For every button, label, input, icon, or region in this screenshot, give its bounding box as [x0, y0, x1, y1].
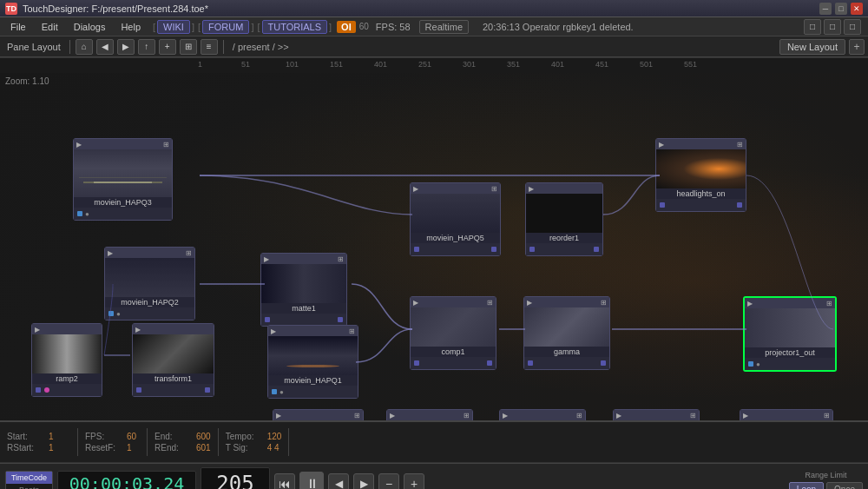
menu-edit[interactable]: Edit — [35, 20, 65, 34]
toolbar-home[interactable]: ⌂ — [76, 39, 93, 55]
node-footer — [32, 384, 102, 396]
add-layout-button[interactable]: + — [849, 39, 865, 55]
forum-link[interactable]: FORUM — [202, 20, 249, 34]
node-footer: ● — [74, 208, 172, 220]
node-thumbnail — [745, 308, 835, 347]
node-headlights-on[interactable]: ▶ ⊞ headlights_on — [655, 138, 746, 212]
node-header: ▶ ⊞ — [500, 410, 585, 420]
node-matte1[interactable]: ▶ ⊞ matte1 — [260, 253, 347, 327]
node-header: ▶ ⊞ — [268, 326, 358, 336]
node-footer: ● — [268, 386, 358, 398]
node-thumbnail — [32, 334, 102, 373]
node-moviein-hapq3[interactable]: ▶ ⊞ moviein_HAPQ3 ● — [73, 138, 173, 221]
node-gamma[interactable]: ▶ ⊞ gamma — [523, 296, 610, 370]
node-label: comp1 — [411, 347, 496, 357]
node-footer — [411, 243, 500, 255]
toolbar-back[interactable]: ◀ — [96, 39, 114, 55]
node-transform1[interactable]: ▶ transform1 — [132, 323, 214, 397]
node-label: matte1 — [261, 303, 346, 314]
node-editor[interactable]: Zoom: 1.10 ▶ ⊞ — [0, 73, 868, 420]
node-thumbnail — [105, 258, 194, 297]
node-footer: ● — [745, 358, 835, 370]
minimize-button[interactable]: ─ — [819, 3, 832, 15]
menu-file[interactable]: File — [3, 20, 33, 34]
fps-display: FPS: 58 — [372, 20, 414, 34]
node-moviein-hapq5[interactable]: ▶ ⊞ moviein_HAPQ5 — [410, 182, 501, 256]
toolbar-fwd[interactable]: ▶ — [117, 39, 135, 55]
pane-btn-2[interactable]: □ — [824, 19, 841, 35]
node-footer — [411, 357, 496, 369]
once-button[interactable]: Once — [826, 482, 863, 490]
pane-btn-1[interactable]: □ — [804, 19, 821, 35]
frame-display: 205 — [201, 467, 270, 490]
tick-401: 401 — [551, 60, 564, 69]
node-moviein-hapq4[interactable]: ▶ ⊞ moviein_HAPQ4 — [273, 409, 364, 420]
node-projector1-out[interactable]: ▶ ⊞ projector1_out ● — [743, 296, 837, 372]
range-limit-label: Range Limit — [805, 471, 846, 479]
node-tile1[interactable]: ▶ ⊞ tile1 — [499, 409, 586, 420]
tick-201: 401 — [374, 60, 387, 69]
toolbar-grid[interactable]: ≡ — [201, 39, 218, 55]
new-layout-button[interactable]: New Layout — [779, 39, 845, 55]
node-header: ▶ — [133, 324, 214, 334]
node-projector2-out[interactable]: ▶ ⊞ projector2_out — [740, 409, 833, 420]
tick-51: 51 — [241, 60, 250, 69]
node-header: ▶ ⊞ — [74, 139, 172, 149]
tick-551: 551 — [684, 60, 697, 69]
breadcrumb-path: / present / >> — [229, 42, 293, 52]
node-label: gamma — [524, 347, 609, 357]
tutorials-link[interactable]: TUTORIALS — [262, 20, 328, 34]
speed-minus-button[interactable]: − — [378, 473, 399, 490]
toolbar-up[interactable]: ↑ — [138, 39, 155, 55]
node-header: ▶ — [526, 183, 602, 194]
node-thumbnail — [261, 264, 346, 303]
node-header: ▶ ⊞ — [105, 248, 194, 258]
menu-dialogs[interactable]: Dialogs — [67, 20, 113, 34]
maximize-button[interactable]: □ — [835, 3, 847, 15]
go-start-button[interactable]: ⏮ — [274, 473, 295, 490]
oi-button[interactable]: OI — [337, 21, 356, 33]
menu-help[interactable]: Help — [114, 20, 148, 34]
node-header: ▶ ⊞ — [273, 410, 363, 420]
node-moviein-hapq1[interactable]: ▶ ⊞ moviein_HAPQ1 ● — [267, 325, 358, 399]
realtime-toggle[interactable]: Realtime — [419, 20, 469, 34]
status-message: 20:36:13 Operator rgbkey1 deleted. — [477, 20, 802, 34]
pane-btn-3[interactable]: □ — [844, 19, 861, 35]
step-fwd-button[interactable]: ▶ — [353, 473, 374, 490]
toolbar-add[interactable]: + — [159, 39, 176, 55]
transport-mode-selector: TimeCode Beats — [5, 471, 53, 490]
speed-plus-button[interactable]: + — [404, 473, 424, 490]
close-button[interactable]: ✕ — [851, 3, 863, 15]
step-back-button[interactable]: ◀ — [328, 473, 349, 490]
node-reorder1[interactable]: ▶ reorder1 — [525, 182, 603, 256]
node-label: moviein_HAPQ5 — [411, 233, 500, 243]
tick-451: 451 — [595, 60, 608, 69]
node-comp1[interactable]: ▶ ⊞ comp1 — [410, 296, 496, 370]
timeline-ruler[interactable]: 1 51 101 151 401 251 301 351 401 451 501… — [0, 57, 868, 73]
play-pause-button[interactable]: ⏸ — [299, 472, 324, 490]
timecode-display: 00:00:03.24 — [57, 471, 196, 490]
node-thumbnail — [268, 336, 358, 375]
node-footer: ● — [105, 307, 194, 320]
range-limit-section: Range Limit Loop Once — [789, 471, 863, 490]
zoom-label: Zoom: 1.10 — [5, 76, 49, 86]
mode-beats[interactable]: Beats — [6, 484, 52, 490]
node-moviein-hapq2[interactable]: ▶ ⊞ moviein_HAPQ2 ● — [104, 247, 195, 320]
node-ramp2[interactable]: ▶ ramp2 — [31, 323, 102, 397]
node-thumbnail — [133, 334, 214, 373]
loop-button[interactable]: Loop — [789, 482, 824, 490]
node-label: moviein_HAPQ2 — [105, 297, 194, 307]
node-hsvadj1[interactable]: ▶ ⊞ hsvadj1 — [613, 409, 700, 420]
mode-timecode[interactable]: TimeCode — [6, 472, 52, 484]
toolbar-view[interactable]: ⊞ — [180, 39, 197, 55]
wiki-link[interactable]: WIKI — [157, 20, 190, 34]
transport-controls: TimeCode Beats 00:00:03.24 205 ⏮ ⏸ ◀ ▶ −… — [0, 463, 868, 489]
node-footer — [261, 314, 346, 326]
node-footer — [524, 357, 609, 369]
app-icon: TD — [5, 3, 17, 15]
toolbar: Pane Layout ⌂ ◀ ▶ ↑ + ⊞ ≡ / present / >>… — [0, 36, 868, 57]
node-contrast1[interactable]: ▶ ⊞ contrast1 — [386, 409, 473, 420]
tick-501: 501 — [640, 60, 653, 69]
status-fps: FPS: 60 ResetF: 1 — [78, 428, 148, 456]
node-label: ramp2 — [32, 373, 102, 384]
